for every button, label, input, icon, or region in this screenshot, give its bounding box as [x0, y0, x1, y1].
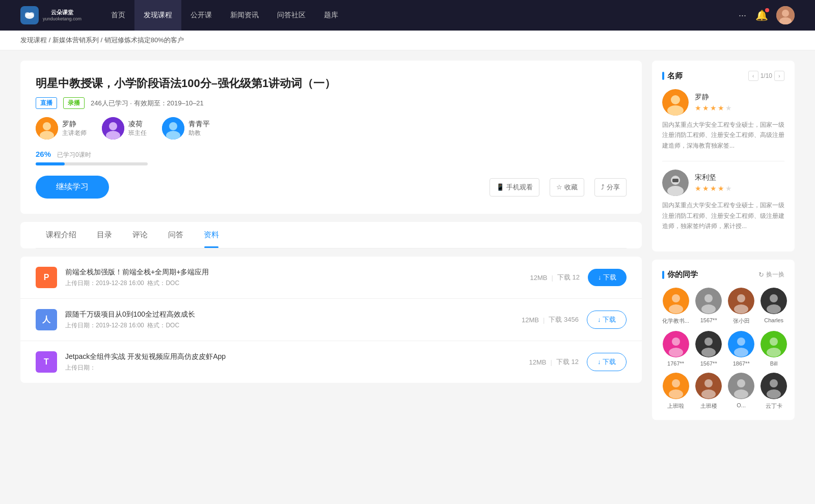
classmate-avatar-4: [663, 331, 689, 357]
nav-item-首页[interactable]: 首页: [102, 0, 134, 31]
nav-right: 🔔: [755, 6, 795, 24]
tabs-list: 课程介绍目录评论问答资料: [36, 222, 627, 248]
share-label: 分享: [607, 183, 620, 192]
svg-point-30: [734, 304, 748, 314]
material-meta-0: 上传日期：2019-12-28 16:00 格式：DOC: [65, 279, 522, 288]
tab-资料[interactable]: 资料: [194, 222, 229, 248]
classmate-name-6: 1867**: [728, 360, 754, 367]
course-header-card: 明星中教授课，小学阶段语法100分–强化级第1讲动词（一） 直播 录播 246人…: [20, 61, 642, 214]
classmate-item-9[interactable]: 土班楼: [695, 373, 722, 410]
teacher-info-2: 凌荷 班主任: [128, 120, 147, 137]
svg-point-44: [770, 338, 778, 346]
refresh-button[interactable]: ↻ 换一换: [758, 270, 784, 279]
progress-label: 26%: [36, 150, 51, 158]
classmate-avatar-1: [695, 288, 722, 314]
teacher-info-1: 罗静 主讲老师: [62, 120, 87, 137]
classmate-avatar-9: [695, 373, 722, 399]
logo-icon: [20, 6, 39, 24]
material-icon-1: 人: [36, 309, 57, 330]
svg-point-36: [669, 348, 683, 357]
tab-问答[interactable]: 问答: [158, 222, 194, 248]
sidebar-teacher-1-avatar: [662, 89, 689, 116]
material-downloads-2: 下载 12: [556, 357, 579, 367]
course-meta-text: 246人已学习 · 有效期至：2019–10–21: [91, 99, 204, 108]
collect-button[interactable]: ☆ 收藏: [550, 178, 584, 197]
collect-label: 收藏: [564, 183, 578, 192]
next-page-button[interactable]: ›: [774, 71, 784, 81]
material-title-1: 跟随千万级项目从0到100全过程高效成长: [65, 310, 513, 319]
classmate-avatar-3: [760, 288, 787, 314]
download-button-1[interactable]: ↓ 下载: [587, 311, 627, 329]
notification-bell[interactable]: 🔔: [755, 9, 768, 21]
prev-page-button[interactable]: ‹: [748, 71, 758, 81]
nav-item-问答社区[interactable]: 问答社区: [268, 0, 315, 31]
tab-课程介绍[interactable]: 课程介绍: [36, 222, 87, 248]
classmate-item-0[interactable]: 化学教书...: [662, 288, 689, 325]
share-button[interactable]: ⤴ 分享: [594, 178, 627, 197]
material-info-1: 跟随千万级项目从0到100全过程高效成长 上传日期：2019-12-28 16:…: [65, 310, 513, 330]
logo[interactable]: 云朵课堂 yunduoketang.com: [20, 6, 82, 24]
svg-point-27: [701, 304, 716, 314]
badge-record: 录播: [63, 97, 85, 109]
mobile-watch-button[interactable]: 📱 手机观看: [490, 178, 539, 197]
classmate-item-6[interactable]: 1867**: [728, 331, 754, 367]
nav-more[interactable]: ···: [729, 0, 755, 31]
nav-item-发现课程[interactable]: 发现课程: [134, 0, 181, 31]
teacher-info-3: 青青平 助教: [188, 120, 210, 137]
action-links: 📱 手机观看 ☆ 收藏 ⤴ 分享: [490, 178, 627, 197]
classmate-name-8: 上班啦: [662, 402, 689, 410]
material-size-1: 12MB: [522, 316, 539, 324]
sidebar-teacher-1-stars: ★ ★ ★ ★ ★: [695, 104, 732, 112]
classmate-name-3: Charles: [760, 317, 787, 323]
classmate-item-10[interactable]: O...: [728, 373, 754, 410]
teacher-avatar-1: [36, 117, 58, 139]
nav-item-新闻资讯[interactable]: 新闻资讯: [221, 0, 268, 31]
classmate-item-11[interactable]: 云丁卡: [760, 373, 787, 410]
teachers-sidebar-card: 名师 ‹ 1/10 › 罗静 ★ ★: [652, 61, 795, 251]
material-item-2: T Jetpack全组件实战 开发短视频应用高仿皮皮虾App 上传日期： 12M…: [20, 341, 642, 383]
svg-point-23: [672, 294, 680, 302]
progress-sub: 已学习0课时: [57, 151, 91, 158]
notification-dot: [765, 8, 769, 12]
svg-point-4: [782, 10, 789, 17]
classmate-item-4[interactable]: 1767**: [662, 331, 689, 367]
breadcrumb-item-1[interactable]: 发现课程: [20, 36, 47, 44]
classmate-name-0: 化学教书...: [662, 317, 689, 325]
classmates-title-text: 你的同学: [667, 270, 698, 279]
svg-point-57: [767, 389, 781, 399]
user-avatar[interactable]: [776, 6, 795, 24]
tab-目录[interactable]: 目录: [87, 222, 122, 248]
svg-point-10: [109, 122, 117, 130]
classmate-avatar-2: [728, 288, 754, 314]
teacher-avatar-3: [162, 117, 184, 139]
breadcrumb-item-2[interactable]: 新媒体营销系列: [52, 36, 99, 44]
teachers-sidebar-title-text: 名师: [667, 71, 683, 81]
tab-评论[interactable]: 评论: [122, 222, 158, 248]
svg-point-26: [704, 294, 713, 302]
svg-point-51: [701, 389, 716, 399]
logo-sub: yunduoketang.com: [43, 16, 82, 21]
classmate-item-5[interactable]: 1567**: [695, 331, 722, 367]
classmate-item-2[interactable]: 张小田: [728, 288, 754, 325]
classmate-name-4: 1767**: [662, 360, 689, 367]
progress-bar-fill: [36, 162, 65, 165]
nav-item-公开课[interactable]: 公开课: [181, 0, 221, 31]
continue-button[interactable]: 继续学习: [36, 176, 109, 199]
sidebar-teacher-2-avatar: [662, 170, 689, 196]
classmate-item-3[interactable]: Charles: [760, 288, 787, 325]
classmates-card: 你的同学 ↻ 换一换 化学教书... 1567** 张小田 Charles: [652, 260, 795, 420]
material-info-0: 前端全栈加强版！前端全栈+全周期+多端应用 上传日期：2019-12-28 16…: [65, 268, 522, 288]
teachers-list: 罗静 主讲老师 凌荷 班主任: [36, 117, 627, 139]
material-icon-2: T: [36, 351, 57, 373]
download-button-0[interactable]: ↓ 下载: [588, 269, 627, 286]
classmate-item-1[interactable]: 1567**: [695, 288, 722, 325]
svg-point-35: [672, 338, 680, 346]
pagination-ctrl: ‹ 1/10 ›: [748, 71, 784, 81]
classmate-name-1: 1567**: [695, 317, 722, 323]
nav-item-题库[interactable]: 题库: [315, 0, 347, 31]
classmate-item-8[interactable]: 上班啦: [662, 373, 689, 410]
download-button-2[interactable]: ↓ 下载: [587, 353, 627, 371]
classmate-item-7[interactable]: Bill: [760, 331, 787, 367]
material-meta-1: 上传日期：2019-12-28 16:00 格式：DOC: [65, 321, 513, 330]
divider: [662, 161, 784, 161]
